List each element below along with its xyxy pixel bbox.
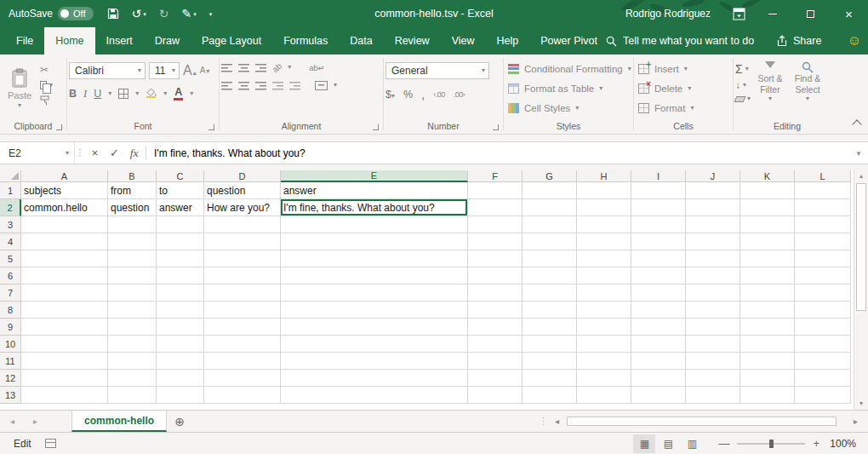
cell-A4[interactable] — [21, 233, 108, 250]
cell-A12[interactable] — [21, 370, 108, 387]
next-sheet-icon[interactable]: ▸ — [33, 417, 37, 426]
cell-G8[interactable] — [523, 302, 577, 319]
cell-G4[interactable] — [523, 233, 577, 250]
row-header-2[interactable]: 2 — [0, 199, 21, 216]
row-header-12[interactable]: 12 — [0, 370, 21, 387]
autosum-button[interactable]: Σ▾ — [735, 63, 751, 75]
minimize-button[interactable] — [753, 0, 791, 27]
insert-function-button[interactable]: fx — [124, 142, 144, 164]
insert-cells-button[interactable]: Insert▾ — [636, 60, 731, 78]
column-header-J[interactable]: J — [686, 170, 740, 182]
cell-C1[interactable]: to — [157, 182, 204, 199]
cut-button[interactable]: ✂ — [40, 65, 53, 75]
cell-F13[interactable] — [468, 387, 523, 404]
increase-decimal-button[interactable]: ‹.00 — [433, 90, 445, 99]
cell-F2[interactable] — [468, 199, 523, 216]
cell-A2[interactable]: common.hello — [21, 199, 108, 216]
cell-I1[interactable] — [631, 182, 686, 199]
cell-D2[interactable]: How are you? — [204, 199, 281, 216]
cell-E2[interactable]: I'm fine, thanks. What about you? — [281, 199, 468, 216]
cell-G13[interactable] — [523, 387, 577, 404]
cell-C12[interactable] — [157, 370, 204, 387]
tab-insert[interactable]: Insert — [95, 27, 144, 55]
orientation-dropdown-icon[interactable]: ▾ — [288, 64, 291, 71]
cell-I4[interactable] — [631, 233, 686, 250]
tab-draw[interactable]: Draw — [144, 27, 191, 55]
cell-E13[interactable] — [281, 387, 468, 404]
row-header-6[interactable]: 6 — [0, 267, 21, 284]
delete-cells-button[interactable]: Delete▾ — [636, 80, 731, 97]
cell-A5[interactable] — [21, 250, 108, 267]
column-header-A[interactable]: A — [21, 170, 108, 182]
pen-mode-button[interactable]: ✎▾ — [182, 8, 197, 20]
decrease-font-size-button[interactable]: A▾ — [200, 66, 210, 75]
cancel-entry-button[interactable]: × — [85, 142, 105, 164]
cell-H11[interactable] — [577, 353, 631, 370]
normal-view-button[interactable]: ▦ — [633, 434, 655, 453]
scroll-down-icon[interactable]: ▾ — [859, 399, 863, 408]
borders-dropdown-icon[interactable]: ▾ — [135, 90, 139, 97]
cell-K12[interactable] — [740, 370, 795, 387]
zoom-out-button[interactable]: — — [718, 437, 729, 450]
merge-center-dropdown-icon[interactable]: ▾ — [334, 82, 337, 89]
cell-E1[interactable]: answer — [281, 182, 468, 199]
cell-H2[interactable] — [577, 199, 631, 216]
cell-H7[interactable] — [577, 284, 631, 302]
cell-D8[interactable] — [204, 302, 281, 319]
row-header-3[interactable]: 3 — [0, 216, 21, 233]
cell-I3[interactable] — [631, 216, 686, 233]
feedback-smiley-icon[interactable]: ☺ — [848, 27, 861, 55]
column-header-F[interactable]: F — [468, 170, 523, 182]
new-sheet-button[interactable]: ⊕ — [167, 411, 192, 432]
cell-E4[interactable] — [281, 233, 468, 250]
row-header-11[interactable]: 11 — [0, 353, 21, 370]
zoom-in-button[interactable]: + — [813, 437, 819, 450]
cell-K8[interactable] — [740, 302, 795, 319]
find-select-button[interactable]: Find & Select▾ — [790, 56, 825, 120]
zoom-slider-thumb[interactable] — [769, 440, 774, 448]
cell-I8[interactable] — [631, 302, 686, 319]
tab-formulas[interactable]: Formulas — [272, 27, 339, 55]
cell-B4[interactable] — [108, 233, 157, 250]
cell-F4[interactable] — [468, 233, 523, 250]
cell-L11[interactable] — [795, 353, 851, 370]
maximize-button[interactable] — [791, 0, 830, 27]
row-header-9[interactable]: 9 — [0, 319, 21, 336]
cell-I11[interactable] — [631, 353, 686, 370]
row-header-4[interactable]: 4 — [0, 233, 21, 250]
cell-A13[interactable] — [21, 387, 108, 404]
formula-input[interactable]: I'm fine, thanks. What about you? — [148, 142, 849, 164]
cell-J2[interactable] — [686, 199, 740, 216]
number-dialog-launcher[interactable] — [493, 124, 499, 130]
cell-K9[interactable] — [740, 319, 795, 336]
cell-C7[interactable] — [157, 284, 204, 302]
cell-B10[interactable] — [108, 336, 157, 353]
collapse-ribbon-button[interactable] — [852, 119, 861, 129]
cell-L5[interactable] — [795, 250, 851, 267]
alignment-dialog-launcher[interactable] — [373, 124, 379, 130]
cell-J4[interactable] — [686, 233, 740, 250]
formula-bar-resize-handle[interactable]: ⋮ — [75, 142, 85, 164]
increase-indent-button[interactable] — [289, 80, 300, 90]
cell-K11[interactable] — [740, 353, 795, 370]
hscroll-left-icon[interactable]: ◂ — [555, 417, 559, 426]
cell-F1[interactable] — [468, 182, 523, 199]
cell-H9[interactable] — [577, 319, 631, 336]
cell-C6[interactable] — [157, 267, 204, 284]
cell-H13[interactable] — [577, 387, 631, 404]
cell-E12[interactable] — [281, 370, 468, 387]
row-header-8[interactable]: 8 — [0, 302, 21, 319]
cell-F5[interactable] — [468, 250, 523, 267]
cell-J8[interactable] — [686, 302, 740, 319]
cell-L12[interactable] — [795, 370, 851, 387]
conditional-formatting-button[interactable]: Conditional Formatting▾ — [505, 60, 631, 78]
cell-G7[interactable] — [523, 284, 577, 302]
cell-B7[interactable] — [108, 284, 157, 302]
cell-H12[interactable] — [577, 370, 631, 387]
format-painter-button[interactable] — [40, 95, 53, 106]
cell-A11[interactable] — [21, 353, 108, 370]
column-header-E[interactable]: E — [281, 170, 468, 182]
cell-B8[interactable] — [108, 302, 157, 319]
underline-button[interactable]: U — [94, 89, 101, 100]
cell-J7[interactable] — [686, 284, 740, 302]
